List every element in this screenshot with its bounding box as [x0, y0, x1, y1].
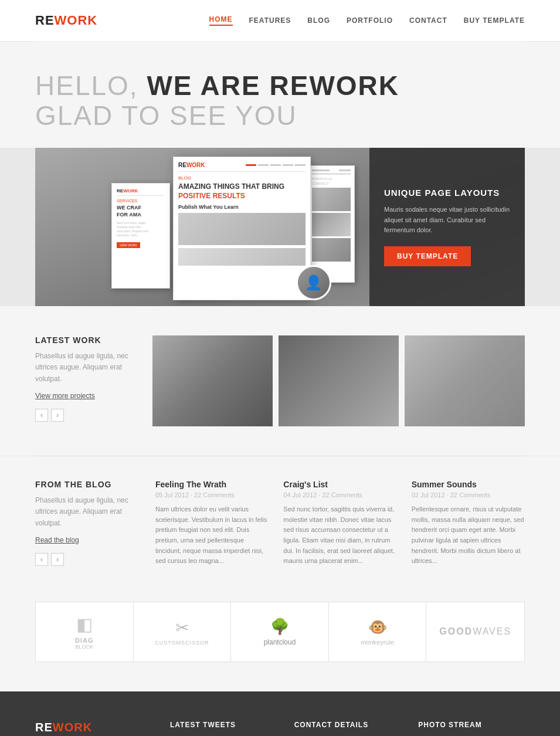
partner-3-name: plantcloud [264, 638, 296, 646]
blog-next-arrow[interactable]: › [51, 553, 64, 566]
hero-line2: GLAD TO SEE YOU [35, 101, 525, 131]
footer-top: REWORK Proin fermentum sollicitudin ante… [35, 721, 525, 736]
partner-5: GOODWAVES [426, 602, 524, 662]
blog-prev-arrow[interactable]: ‹ [35, 553, 48, 566]
sc-blog-tag: BLOG [178, 175, 306, 181]
partner-1-icon: ◧ [76, 614, 93, 635]
buy-template-button[interactable]: Buy Template [384, 246, 471, 266]
photo-stream-title: PHOTO STREAM [418, 721, 525, 729]
nav-portfolio[interactable]: PORTFOLIO [347, 16, 393, 25]
contact-title: CONTACT DETAILS [294, 721, 401, 729]
hero-line1: HELLO, WE ARE REWORK [35, 71, 525, 101]
header: REWORK HOME FEATURES BLOG PORTFOLIO CONT… [0, 0, 560, 41]
sc-publish: Publish What You Learn [178, 204, 306, 210]
nav-buy-template[interactable]: BUY TEMPLATE [464, 16, 525, 25]
partner-2-name: CUSTOMSCISSOR [155, 640, 209, 646]
sc-small-body: Sed nunc tortor, sagitt...molestie vitae… [117, 221, 165, 238]
footer-photos: PHOTO STREAM [418, 721, 525, 736]
banner-screenshot-small: REWORK SERVICES WE CRAFFOR AMA Sed nunc … [111, 183, 170, 289]
post-3-meta: 02 Jul 2012 · 22 Comments [412, 491, 525, 498]
sc-logo: REWORK [178, 162, 205, 168]
post-1-title: Feeling The Wrath [155, 480, 269, 489]
logo: REWORK [35, 13, 97, 28]
nav-home[interactable]: HOME [209, 15, 233, 26]
blog-post-2: Craig's List 04 Jul 2012 · 22 Comments S… [283, 480, 396, 567]
latest-work-title: LATEST WORK [35, 335, 141, 345]
partners-section: ◧ DIAG BLOCK ✂ CUSTOMSCISSOR 🌳 plantclou… [0, 596, 560, 691]
main-nav: HOME FEATURES BLOG PORTFOLIO CONTACT BUY… [209, 15, 525, 26]
sc-small-cta[interactable]: VIEW WORK [117, 242, 140, 248]
partner-4-name: monkeyrule [361, 639, 394, 646]
partner-2-icon: ✂ [175, 618, 189, 637]
blog-title: FROM THE BLOG [35, 480, 141, 489]
tweets-title: LATEST TWEETS [170, 721, 277, 729]
partner-5-name: GOODWAVES [439, 626, 511, 637]
work-image-2 [279, 335, 399, 426]
post-1-body: Nam ultrices dolor eu velit varius scele… [155, 504, 269, 567]
blog-section: FROM THE BLOG Phasellus id augue ligula,… [0, 456, 560, 596]
nav-features[interactable]: FEATURES [249, 16, 291, 25]
partner-3: 🌳 plantcloud [231, 602, 329, 662]
partner-4: 🐵 monkeyrule [329, 602, 427, 662]
post-2-title: Craig's List [283, 480, 396, 489]
banner-avatar: 👤 [296, 265, 331, 300]
footer-tweets: LATEST TWEETS [170, 721, 277, 736]
latest-work-section: LATEST WORK Phasellus id augue ligula, n… [0, 306, 560, 456]
hero-name: WE ARE REWORK [147, 70, 399, 101]
post-1-meta: 05 Jul 2012 · 22 Comments [155, 491, 269, 498]
footer-brand: REWORK Proin fermentum sollicitudin ante… [35, 721, 152, 736]
hero-section: HELLO, WE ARE REWORK GLAD TO SEE YOU [0, 42, 560, 148]
blog-intro: FROM THE BLOG Phasellus id augue ligula,… [35, 480, 141, 567]
post-2-body: Sed nunc tortor, sagittis quis viverra i… [283, 504, 396, 567]
partner-3-icon: 🌳 [270, 618, 289, 636]
banner-desc: Mauris sodales neque vitae justo sollici… [384, 205, 510, 236]
banner-title: UNIQUE PAGE LAYOUTS [384, 188, 510, 198]
blog-post-1: Feeling The Wrath 05 Jul 2012 · 22 Comme… [155, 480, 269, 567]
banner-screenshot-main: REWORK BLOG AMAZING THINGS THAT BRING PO… [173, 157, 311, 300]
banner: REWORK SERVICES WE CRAFFOR AMA Sed nunc … [35, 148, 525, 306]
prev-arrow[interactable]: ‹ [35, 409, 48, 422]
blog-nav-arrows: ‹ › [35, 553, 141, 566]
sc-small-heading: WE CRAFFOR AMA [117, 205, 165, 218]
blog-post-3: Summer Sounds 02 Jul 2012 · 22 Comments … [412, 480, 525, 567]
logo-re: RE [35, 13, 55, 28]
hero-hello: HELLO, [35, 70, 147, 101]
footer-logo: REWORK [35, 721, 152, 734]
partner-1: ◧ DIAG BLOCK [36, 602, 134, 662]
sc-small-logo: REWORK [117, 188, 165, 194]
banner-overlay: UNIQUE PAGE LAYOUTS Mauris sodales neque… [369, 148, 525, 306]
nav-contact[interactable]: CONTACT [409, 16, 447, 25]
read-blog-link[interactable]: Read the blog [35, 536, 141, 544]
next-arrow[interactable]: › [51, 409, 64, 422]
logo-work: WORK [55, 13, 98, 28]
nav-arrows: ‹ › [35, 409, 141, 422]
partner-2: ✂ CUSTOMSCISSOR [134, 602, 232, 662]
partners-grid: ◧ DIAG BLOCK ✂ CUSTOMSCISSOR 🌳 plantclou… [35, 602, 525, 662]
footer: REWORK Proin fermentum sollicitudin ante… [0, 691, 560, 736]
sc-heading: AMAZING THINGS THAT BRING POSITIVE RESUL… [178, 182, 306, 201]
nav-blog[interactable]: BLOG [307, 16, 330, 25]
latest-work-intro: LATEST WORK Phasellus id augue ligula, n… [35, 335, 141, 422]
latest-work-images [152, 335, 525, 426]
post-2-meta: 04 Jul 2012 · 22 Comments [283, 491, 396, 498]
partner-4-icon: 🐵 [368, 618, 387, 636]
blog-grid: FROM THE BLOG Phasellus id augue ligula,… [35, 480, 525, 567]
partner-1-name: DIAG [75, 637, 94, 644]
blog-desc: Phasellus id augue ligula, nec ultrices … [35, 495, 141, 529]
work-image-3 [405, 335, 525, 426]
footer-contact: CONTACT DETAILS 3200 Sepulveda Blvd. Man… [294, 721, 401, 736]
latest-work-desc: Phasellus id augue ligula, nec ultrices … [35, 351, 141, 385]
view-more-link[interactable]: View more projects [35, 392, 141, 400]
post-3-title: Summer Sounds [412, 480, 525, 489]
sc-small-tag: SERVICES [117, 199, 165, 203]
post-3-body: Pellentesque ornare, risus ut vulputate … [412, 504, 525, 567]
work-image-1 [152, 335, 273, 426]
